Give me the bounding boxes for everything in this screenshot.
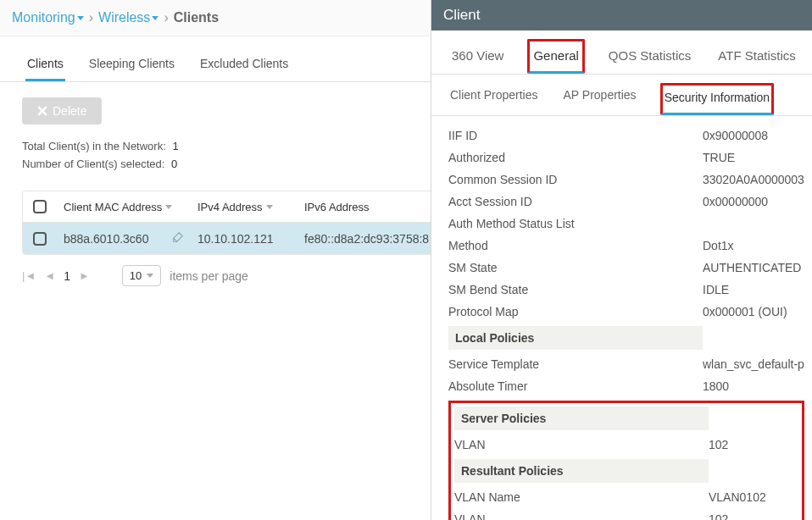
right-subtabs: Client Properties AP Properties Security…: [431, 75, 812, 116]
selected-clients-label: Number of Client(s) selected:: [22, 158, 164, 170]
prop-key: Protocol Map: [448, 305, 703, 318]
prop-row: AuthorizedTRUE: [448, 147, 804, 169]
tab-general[interactable]: General: [527, 39, 584, 74]
prop-row: Acct Session ID0x00000000: [448, 191, 804, 213]
tab-client-properties[interactable]: Client Properties: [448, 83, 540, 115]
security-properties: IIF ID0x90000008 AuthorizedTRUE Common S…: [431, 116, 812, 520]
page-size-value: 10: [130, 269, 142, 282]
prop-row: VLAN NameVLAN0102: [454, 486, 798, 508]
cell-ipv4: 10.10.102.121: [197, 232, 274, 246]
prop-value: 1800: [703, 379, 804, 393]
prop-value: 102: [709, 438, 798, 451]
selected-clients-value: 0: [171, 158, 177, 170]
pager: |◄ ◄ 1 ► 10 items per page: [0, 255, 431, 296]
prop-value: IDLE: [703, 283, 804, 296]
prop-key: Method: [448, 239, 703, 252]
prop-value: 102: [709, 512, 798, 520]
pager-next[interactable]: ►: [79, 269, 90, 282]
col-ipv4-label: IPv4 Address: [197, 201, 263, 213]
breadcrumb: Monitoring › Wireless › Clients: [0, 0, 431, 36]
clients-table: Client MAC Address IPv4 Address IPv6 Add…: [22, 191, 434, 255]
prop-value: TRUE: [703, 151, 804, 164]
section-local-policies: Local Policies: [448, 326, 703, 350]
chevron-down-icon[interactable]: [77, 16, 84, 20]
left-panel: Monitoring › Wireless › Clients Clients …: [0, 0, 431, 520]
table-header: Client MAC Address IPv4 Address IPv6 Add…: [23, 191, 433, 223]
prop-value: 0x000001 (OUI): [703, 305, 804, 318]
col-mac-label: Client MAC Address: [64, 201, 162, 213]
tab-360-view[interactable]: 360 View: [448, 41, 507, 71]
prop-row: MethodDot1x: [448, 235, 804, 257]
prop-value: 0x00000000: [703, 195, 804, 208]
prop-row: Auth Method Status List: [448, 213, 804, 235]
row-checkbox[interactable]: [33, 232, 47, 246]
left-subtabs: Clients Sleeping Clients Excluded Client…: [0, 36, 431, 82]
pager-prev[interactable]: ◄: [44, 269, 55, 282]
prop-key: VLAN: [454, 512, 709, 520]
prop-value: Dot1x: [703, 239, 804, 252]
prop-row: Service Templatewlan_svc_default-p: [448, 353, 804, 375]
chevron-down-icon[interactable]: [266, 205, 273, 209]
prop-key: SM State: [448, 261, 703, 274]
breadcrumb-current: Clients: [174, 10, 219, 25]
summary: Total Client(s) in the Network: 1 Number…: [0, 131, 431, 184]
prop-row: Absolute Timer1800: [448, 375, 804, 397]
table-row[interactable]: b88a.6010.3c60 10.10.102.121 fe80::d8a2:…: [23, 223, 433, 254]
close-icon: [37, 106, 47, 116]
tab-atf-statistics[interactable]: ATF Statistics: [715, 41, 798, 71]
prop-key: VLAN Name: [454, 490, 709, 504]
prop-row: SM Bend StateIDLE: [448, 279, 804, 301]
chevron-down-icon[interactable]: [165, 205, 172, 209]
tools-icon[interactable]: [172, 231, 184, 246]
breadcrumb-monitoring[interactable]: Monitoring: [12, 10, 75, 25]
prop-key: VLAN: [454, 438, 709, 451]
cell-ipv6: fe80::d8a2:dc93:3758:8: [304, 232, 429, 246]
section-resultant-policies: Resultant Policies: [454, 459, 709, 483]
prop-key: Auth Method Status List: [448, 217, 703, 230]
right-panel: Client 360 View General QOS Statistics A…: [431, 0, 812, 520]
breadcrumb-separator: ›: [164, 10, 168, 25]
prop-row: SM StateAUTHENTICATED: [448, 257, 804, 279]
total-clients-label: Total Client(s) in the Network:: [22, 140, 166, 152]
col-ipv4[interactable]: IPv4 Address: [191, 192, 298, 222]
prop-key: SM Bend State: [448, 283, 703, 296]
prop-key: Authorized: [448, 151, 703, 164]
tab-security-information[interactable]: Security Information: [660, 83, 775, 115]
prop-value: [703, 217, 804, 230]
prop-value: 33020A0A0000003: [703, 173, 804, 186]
tab-excluded-clients[interactable]: Excluded Clients: [198, 52, 290, 81]
right-tabs: 360 View General QOS Statistics ATF Stat…: [431, 30, 812, 75]
chevron-down-icon: [147, 274, 153, 278]
section-server-policies: Server Policies: [454, 407, 709, 430]
delete-button-label: Delete: [53, 104, 86, 118]
tab-qos-statistics[interactable]: QOS Statistics: [605, 41, 695, 71]
prop-row: IIF ID0x90000008: [448, 124, 804, 147]
prop-row: VLAN102: [454, 508, 798, 520]
highlighted-policies-box: Server Policies VLAN102 Resultant Polici…: [448, 401, 804, 520]
prop-row: VLAN102: [454, 434, 798, 456]
total-clients-value: 1: [172, 140, 178, 152]
col-ipv6[interactable]: IPv6 Address: [298, 192, 433, 222]
prop-key: Absolute Timer: [448, 379, 703, 393]
pager-first[interactable]: |◄: [22, 269, 36, 282]
tab-clients[interactable]: Clients: [25, 52, 65, 81]
page-size-select[interactable]: 10: [122, 265, 161, 286]
delete-button[interactable]: Delete: [22, 97, 102, 124]
breadcrumb-wireless[interactable]: Wireless: [98, 10, 150, 25]
tab-ap-properties[interactable]: AP Properties: [562, 83, 638, 115]
chevron-down-icon[interactable]: [152, 16, 159, 20]
tab-sleeping-clients[interactable]: Sleeping Clients: [87, 52, 176, 81]
actions-row: Delete: [0, 82, 431, 131]
prop-key: Common Session ID: [448, 173, 703, 186]
pager-current-page: 1: [64, 269, 70, 283]
select-all-checkbox[interactable]: [33, 200, 47, 213]
prop-row: Protocol Map0x000001 (OUI): [448, 301, 804, 323]
items-per-page-label: items per page: [170, 269, 248, 283]
right-panel-title: Client: [431, 0, 812, 30]
col-ipv6-label: IPv6 Address: [304, 201, 370, 213]
prop-key: IIF ID: [448, 129, 703, 142]
col-mac[interactable]: Client MAC Address: [57, 192, 191, 222]
prop-value: 0x90000008: [703, 129, 804, 142]
prop-row: Common Session ID33020A0A0000003: [448, 169, 804, 191]
breadcrumb-separator: ›: [89, 10, 93, 25]
